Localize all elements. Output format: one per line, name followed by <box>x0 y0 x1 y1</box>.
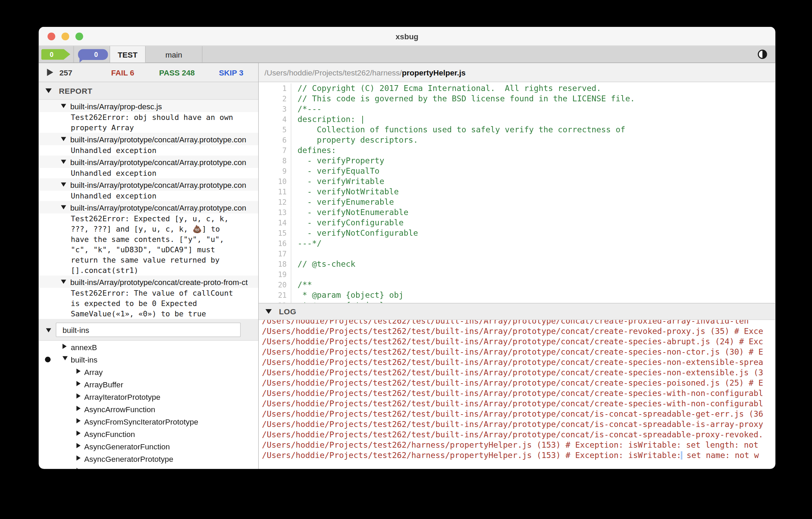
tree-item-label: AsyncIteratorPrototype <box>84 467 163 469</box>
code-line-text: - verifyNotConfigurable <box>291 228 418 238</box>
report-item-row[interactable]: built-ins/Array/prototype/concat/create-… <box>39 276 259 288</box>
line-number[interactable]: 20 <box>259 280 292 290</box>
line-number[interactable]: 7 <box>259 145 292 156</box>
tree-item-label: AsyncFunction <box>84 429 135 438</box>
line-number[interactable]: 17 <box>259 249 292 259</box>
line-number[interactable]: 2 <box>259 94 292 104</box>
toolbar: 0 0 TEST main <box>39 46 775 63</box>
code-line-text: - verifyProperty <box>291 156 384 166</box>
log-section-header[interactable]: LOG <box>259 303 775 320</box>
line-number[interactable]: 22 <box>259 301 292 303</box>
line-number[interactable]: 15 <box>259 228 292 238</box>
chevron-right-icon[interactable] <box>76 381 81 386</box>
tree-item-asyncgeneratorfunction[interactable]: AsyncGeneratorFunction <box>39 440 259 452</box>
line-number[interactable]: 14 <box>259 218 292 228</box>
tree-item-annexb[interactable]: annexB <box>39 341 259 353</box>
tree-item-asyncarrowfunction[interactable]: AsyncArrowFunction <box>39 403 259 415</box>
chevron-right-icon[interactable] <box>76 431 81 436</box>
log-line: /Users/hoddie/Projects/test262/test/buil… <box>259 378 775 388</box>
line-number[interactable]: 19 <box>259 269 292 280</box>
report-item-path: built-ins/Array/prop-desc.js <box>70 102 162 111</box>
fail-count[interactable]: FAIL 6 <box>96 68 150 77</box>
log-line: /Users/hoddie/Projects/test262/test/buil… <box>259 357 775 368</box>
line-number[interactable]: 6 <box>259 135 292 145</box>
tree-item-built-ins[interactable]: built-ins <box>39 353 259 366</box>
report-item-row[interactable]: built-ins/Array/prototype/concat/Array.p… <box>39 133 259 145</box>
report-item-row[interactable]: built-ins/Array/prototype/concat/Array.p… <box>39 179 259 191</box>
report-item-row[interactable]: built-ins/Array/prototype/concat/Array.p… <box>39 156 259 168</box>
report-item-row[interactable]: built-ins/Array/prop-desc.js <box>39 100 259 112</box>
search-input[interactable] <box>56 323 241 337</box>
line-number[interactable]: 1 <box>259 83 292 94</box>
line-number[interactable]: 10 <box>259 176 292 187</box>
skip-count[interactable]: SKIP 3 <box>204 68 259 77</box>
bubbles-badge[interactable]: 0 <box>78 49 108 60</box>
line-number[interactable]: 3 <box>259 104 292 114</box>
file-path-dir: /Users/hoddie/Projects/test262/harness/ <box>264 68 402 77</box>
report-list: built-ins/Array/prop-desc.jsTest262Error… <box>39 100 259 319</box>
breakpoints-badge[interactable]: 0 <box>41 49 70 60</box>
code-line: 13 - verifyNotEnumerable <box>259 207 775 218</box>
chevron-right-icon[interactable] <box>76 418 81 424</box>
pass-count[interactable]: PASS 248 <box>150 68 204 77</box>
chevron-right-icon[interactable] <box>76 468 81 469</box>
toolbar-spacer <box>202 46 775 63</box>
test-summary-bar: 257 FAIL 6 PASS 248 SKIP 3 <box>39 63 259 82</box>
line-number[interactable]: 18 <box>259 259 292 269</box>
line-number[interactable]: 5 <box>259 125 292 135</box>
code-line: 11 - verifyNotWritable <box>259 187 775 197</box>
report-error-text: Unhandled exception <box>39 145 259 156</box>
tree-item-label: ArrayBuffer <box>84 380 123 389</box>
chevron-down-icon[interactable] <box>63 356 68 360</box>
tree-item-asyncgeneratorprototype[interactable]: AsyncGeneratorPrototype <box>39 452 259 465</box>
tree-item-arraybuffer[interactable]: ArrayBuffer <box>39 378 259 390</box>
code-line: 7defines: <box>259 145 775 156</box>
tree-item-array[interactable]: Array <box>39 366 259 378</box>
file-path-name: propertyHelper.js <box>402 68 466 77</box>
chevron-right-icon[interactable] <box>76 443 81 448</box>
code-line-text: * @param {object} obj <box>291 290 404 301</box>
line-number[interactable]: 8 <box>259 156 292 166</box>
breakpoints-count: 0 <box>50 50 54 58</box>
chevron-right-icon[interactable] <box>76 394 81 399</box>
filter-dropdown-icon[interactable] <box>46 328 51 333</box>
chevron-down-icon <box>61 160 66 164</box>
report-section-header[interactable]: REPORT <box>39 82 259 100</box>
line-number[interactable]: 12 <box>259 197 292 207</box>
theme-toggle-icon[interactable] <box>758 50 767 59</box>
search-row <box>39 319 259 341</box>
tree-item-asynciteratorprototype[interactable]: AsyncIteratorPrototype <box>39 465 259 469</box>
tab-test[interactable]: TEST <box>110 46 146 63</box>
report-error-text: SameValue(«1», «0») to be true <box>39 309 259 319</box>
code-line-text: property descriptors. <box>291 135 418 145</box>
code-line-text: * @param {string} name <box>291 301 408 303</box>
chevron-right-icon[interactable] <box>76 369 81 374</box>
report-error-text: "c", "k", "uD83D", "uDCA9"] must <box>39 245 259 255</box>
tree-item-arrayiteratorprototype[interactable]: ArrayIteratorPrototype <box>39 390 259 403</box>
tab-main[interactable]: main <box>146 46 202 63</box>
code-line: 2// This code is governed by the BSD lic… <box>259 94 775 104</box>
tree-item-asyncfunction[interactable]: AsyncFunction <box>39 428 259 440</box>
chevron-right-icon[interactable] <box>76 406 81 411</box>
log-text-after-caret: set name: not w <box>682 451 759 460</box>
report-section-title: REPORT <box>59 86 92 95</box>
title-bar[interactable]: xsbug <box>39 27 775 46</box>
line-number[interactable]: 9 <box>259 166 292 176</box>
chevron-down-icon <box>61 183 66 187</box>
line-number[interactable]: 4 <box>259 114 292 125</box>
chevron-right-icon[interactable] <box>76 456 81 461</box>
tree-item-label: ArrayIteratorPrototype <box>84 392 160 401</box>
line-number[interactable]: 13 <box>259 207 292 218</box>
report-error-text: return the same value returned by <box>39 255 259 265</box>
run-tests-button[interactable]: 257 <box>39 68 96 77</box>
chevron-right-icon[interactable] <box>63 344 67 349</box>
current-marker-icon <box>45 356 51 362</box>
report-item-row[interactable]: built-ins/Array/prototype/concat/Array.p… <box>39 201 259 214</box>
line-number[interactable]: 21 <box>259 290 292 301</box>
tree-item-asyncfromsynciteratorprototype[interactable]: AsyncFromSyncIteratorPrototype <box>39 415 259 428</box>
code-editor: 1// Copyright (C) 2017 Ecma Internationa… <box>259 82 775 303</box>
line-number[interactable]: 16 <box>259 238 292 249</box>
report-error-text: Test262Error: obj should have an own <box>39 112 259 123</box>
line-number[interactable]: 11 <box>259 187 292 197</box>
test-total: 257 <box>60 68 73 77</box>
